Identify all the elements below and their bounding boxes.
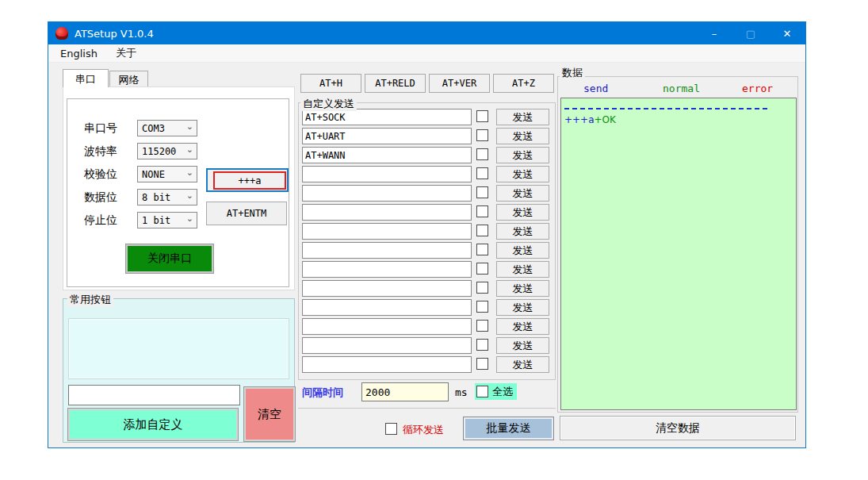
- serial-field-label: 数据位: [84, 190, 132, 205]
- row-select-checkbox[interactable]: [476, 358, 488, 370]
- plus-a-button[interactable]: +++a: [213, 171, 286, 190]
- quick-cmd-ath-button[interactable]: AT+H: [300, 74, 361, 93]
- common-buttons-area: [68, 318, 289, 379]
- log-line: +++a+OK: [564, 114, 616, 125]
- row-send-button[interactable]: 发送: [496, 147, 549, 163]
- row-select-checkbox[interactable]: [476, 320, 488, 332]
- row-select-checkbox[interactable]: [476, 167, 488, 179]
- menu-english[interactable]: English: [54, 46, 104, 61]
- custom-send-row: 发送: [302, 356, 552, 375]
- select-all-checkbox[interactable]: [476, 386, 488, 397]
- custom-command-input[interactable]: [302, 356, 472, 373]
- interval-unit-label: ms: [455, 386, 468, 398]
- log-separator: [564, 108, 767, 109]
- clear-common-button[interactable]: 清空: [244, 387, 295, 441]
- custom-command-input[interactable]: [302, 223, 472, 240]
- custom-command-input[interactable]: [302, 185, 472, 202]
- row-send-button[interactable]: 发送: [496, 261, 549, 278]
- row-select-checkbox[interactable]: [476, 110, 488, 122]
- serial-field-value: 115200: [142, 146, 176, 157]
- loop-send-checkbox[interactable]: [385, 423, 397, 435]
- serial-field-label: 停止位: [84, 213, 132, 228]
- row-select-checkbox[interactable]: [476, 148, 488, 160]
- row-select-checkbox[interactable]: [476, 205, 488, 217]
- row-send-button[interactable]: 发送: [496, 299, 549, 316]
- row-send-button[interactable]: 发送: [496, 204, 549, 221]
- custom-command-input[interactable]: [302, 337, 472, 354]
- select-all-label: 全选: [492, 385, 513, 399]
- row-send-button[interactable]: 发送: [496, 109, 549, 125]
- custom-send-row: 发送: [302, 185, 552, 204]
- custom-command-input[interactable]: [302, 242, 472, 259]
- row-select-checkbox[interactable]: [476, 244, 488, 255]
- serial-field-dropdown[interactable]: 115200⌄: [137, 143, 197, 159]
- data-log-area[interactable]: +++a+OK: [560, 98, 797, 410]
- select-all-wrap: 全选: [475, 383, 517, 400]
- menu-about[interactable]: 关于: [109, 44, 143, 62]
- custom-command-input[interactable]: [302, 318, 472, 335]
- row-select-checkbox[interactable]: [476, 263, 488, 275]
- row-send-button[interactable]: 发送: [496, 128, 549, 144]
- serial-field-dropdown[interactable]: 8 bit⌄: [137, 189, 197, 205]
- loop-send-label: 循环发送: [403, 423, 444, 437]
- row-send-button[interactable]: 发送: [496, 318, 549, 335]
- serial-field-label: 校验位: [84, 167, 132, 182]
- serial-field-label: 串口号: [84, 121, 132, 136]
- row-send-button[interactable]: 发送: [496, 185, 549, 202]
- batch-send-button[interactable]: 批量发送: [463, 417, 554, 440]
- minimize-button[interactable]: –: [696, 22, 732, 44]
- row-select-checkbox[interactable]: [476, 186, 488, 198]
- data-group-label: 数据: [560, 66, 585, 80]
- interval-label: 间隔时间: [302, 386, 343, 400]
- custom-name-input[interactable]: [68, 385, 240, 405]
- row-select-checkbox[interactable]: [476, 225, 488, 236]
- app-icon: [55, 27, 68, 40]
- tab-serial[interactable]: 串口: [63, 69, 109, 87]
- close-port-button[interactable]: 关闭串口: [126, 244, 213, 273]
- row-select-checkbox[interactable]: [476, 301, 488, 313]
- custom-send-row: 发送: [302, 299, 552, 318]
- custom-send-row: 发送: [302, 204, 552, 223]
- custom-command-input[interactable]: [302, 166, 472, 182]
- custom-command-input[interactable]: [302, 261, 472, 278]
- entm-button[interactable]: AT+ENTM: [206, 202, 287, 225]
- custom-command-input[interactable]: [302, 128, 472, 144]
- quick-cmd-atreld-button[interactable]: AT+RELD: [365, 74, 426, 93]
- plus-a-focus-frame: +++a: [206, 168, 289, 192]
- quick-cmd-atz-button[interactable]: AT+Z: [493, 74, 554, 93]
- chevron-down-icon: ⌄: [186, 167, 193, 178]
- chevron-down-icon: ⌄: [186, 121, 193, 132]
- chevron-down-icon: ⌄: [186, 213, 193, 224]
- tab-network[interactable]: 网络: [109, 71, 148, 87]
- row-select-checkbox[interactable]: [476, 282, 488, 294]
- custom-send-rows: 发送发送发送发送发送发送发送发送发送发送发送发送发送发送: [302, 109, 552, 375]
- log-sent-text: +++a: [564, 114, 595, 125]
- row-send-button[interactable]: 发送: [496, 223, 549, 240]
- custom-command-input[interactable]: [302, 299, 472, 316]
- chevron-down-icon: ⌄: [186, 144, 193, 155]
- serial-field-dropdown[interactable]: NONE⌄: [137, 166, 197, 182]
- serial-field-dropdown[interactable]: 1 bit⌄: [137, 212, 197, 228]
- custom-command-input[interactable]: [302, 109, 472, 125]
- add-custom-button[interactable]: 添加自定义: [68, 409, 238, 440]
- row-select-checkbox[interactable]: [476, 129, 488, 141]
- row-select-checkbox[interactable]: [476, 339, 488, 351]
- row-send-button[interactable]: 发送: [496, 280, 549, 297]
- custom-send-row: 发送: [302, 166, 552, 185]
- maximize-button[interactable]: ▢: [732, 22, 769, 44]
- chevron-down-icon: ⌄: [186, 190, 193, 201]
- custom-command-input[interactable]: [302, 204, 472, 221]
- clear-data-button[interactable]: 清空数据: [560, 416, 796, 440]
- serial-field-dropdown[interactable]: COM3⌄: [137, 120, 197, 136]
- custom-send-row: 发送: [302, 280, 552, 299]
- row-send-button[interactable]: 发送: [496, 166, 549, 182]
- custom-command-input[interactable]: [302, 147, 472, 163]
- interval-input[interactable]: [361, 382, 449, 401]
- close-button[interactable]: ✕: [769, 22, 805, 44]
- quick-cmd-atver-button[interactable]: AT+VER: [429, 74, 490, 93]
- custom-command-input[interactable]: [302, 280, 472, 297]
- custom-send-label: 自定义发送: [300, 97, 357, 111]
- row-send-button[interactable]: 发送: [496, 242, 549, 259]
- row-send-button[interactable]: 发送: [496, 337, 549, 354]
- row-send-button[interactable]: 发送: [496, 356, 549, 373]
